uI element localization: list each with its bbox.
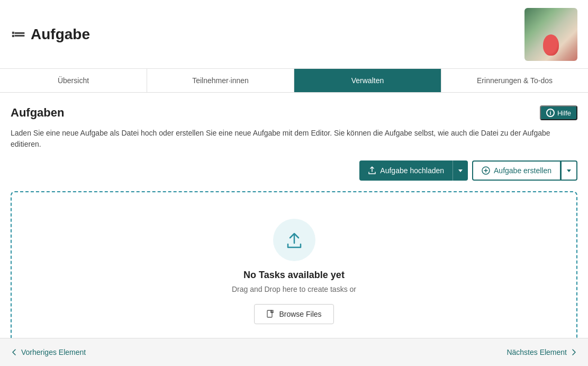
next-element-button[interactable]: Nächstes Element (506, 348, 577, 356)
upload-button-label: Aufgabe hochladen (380, 166, 444, 175)
page-title: Aufgaben (11, 106, 64, 120)
tab-teilnehmer[interactable]: Teilnehmer·innen (147, 69, 294, 92)
create-button-label: Aufgabe erstellen (494, 166, 551, 175)
chevron-left-icon (11, 349, 18, 356)
no-tasks-title: No Tasks available yet (243, 270, 345, 281)
help-button[interactable]: i Hilfe (540, 105, 577, 120)
page-header: ≔ Aufgabe (0, 0, 588, 69)
prev-label: Vorheriges Element (21, 348, 86, 356)
tab-erinnerungen[interactable]: Erinnerungen & To-dos (441, 69, 588, 92)
chevron-right-icon (570, 349, 577, 356)
browse-files-label: Browse Files (279, 310, 321, 318)
prev-element-button[interactable]: Vorheriges Element (11, 348, 86, 356)
file-icon (266, 310, 275, 318)
chevron-down-icon (458, 169, 463, 172)
dropzone[interactable]: No Tasks available yet Drag and Drop her… (11, 191, 577, 352)
header-title-text: Aufgabe (31, 26, 90, 43)
next-label: Nächstes Element (506, 348, 567, 356)
create-dropdown-button[interactable] (561, 160, 577, 181)
upload-btn-group: Aufgabe hochladen (359, 160, 468, 181)
upload-dropdown-button[interactable] (453, 160, 468, 181)
no-tasks-subtitle: Drag and Drop here to create tasks or (232, 285, 356, 293)
plus-icon (482, 166, 490, 175)
header-title-group: ≔ Aufgabe (11, 25, 90, 43)
heading-row: Aufgaben i Hilfe (11, 105, 577, 120)
task-list-icon: ≔ (11, 25, 25, 43)
upload-big-icon (284, 229, 305, 251)
tab-bar: Übersicht Teilnehmer·innen Verwalten Eri… (0, 69, 588, 93)
create-button[interactable]: Aufgabe erstellen (472, 160, 561, 181)
upload-icon (368, 166, 376, 175)
chevron-down-icon (567, 169, 571, 172)
svg-rect-1 (267, 310, 272, 317)
tab-uebersicht[interactable]: Übersicht (0, 69, 147, 92)
description-text: Laden Sie eine neue Aufgabe als Datei ho… (11, 128, 577, 150)
browse-files-button[interactable]: Browse Files (254, 304, 333, 324)
actions-row: Aufgabe hochladen Aufgabe erstellen (11, 160, 577, 181)
main-content: Aufgaben i Hilfe Laden Sie eine neue Auf… (0, 93, 588, 364)
tab-verwalten[interactable]: Verwalten (294, 69, 441, 92)
header-image (524, 8, 577, 61)
info-icon: i (546, 109, 555, 117)
footer-nav: Vorheriges Element Nächstes Element (0, 338, 588, 366)
upload-circle (273, 219, 315, 261)
help-label: Hilfe (557, 109, 571, 117)
upload-button[interactable]: Aufgabe hochladen (359, 160, 453, 181)
create-btn-group: Aufgabe erstellen (472, 160, 577, 181)
